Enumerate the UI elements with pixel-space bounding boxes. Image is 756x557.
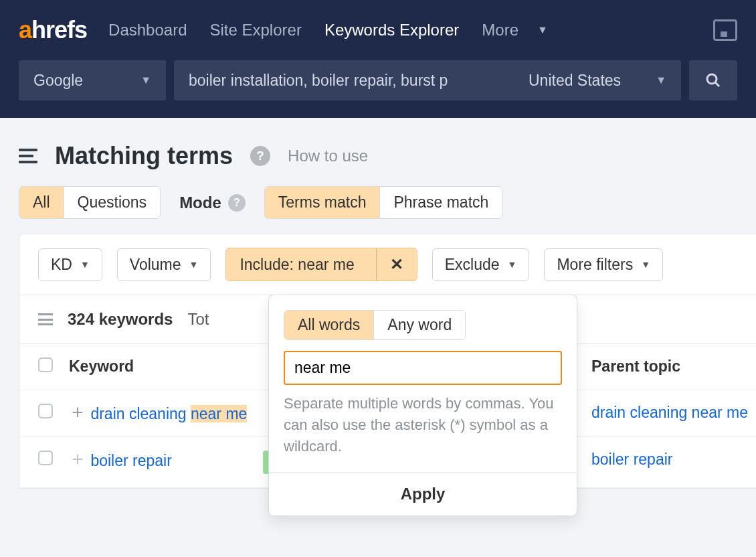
mode-label-text: Mode (179, 193, 221, 212)
chevron-down-icon: ▼ (140, 74, 151, 86)
filter-volume-label: Volume (130, 256, 181, 274)
filter-more-label: More filters (557, 256, 633, 274)
filter-volume[interactable]: Volume ▼ (117, 248, 211, 281)
row-checkbox[interactable] (38, 451, 53, 465)
mode-phrase-match[interactable]: Phrase match (379, 187, 502, 218)
logo-mark: a (19, 16, 31, 44)
filter-kd[interactable]: KD ▼ (38, 248, 102, 281)
keywords-value: boiler installation, boiler repair, burs… (189, 72, 448, 90)
help-icon[interactable]: ? (228, 194, 246, 212)
country-value: United States (529, 72, 621, 90)
total-label: Tot (187, 310, 209, 329)
filter-exclude-label: Exclude (445, 256, 500, 274)
nav-keywords-explorer[interactable]: Keywords Explorer (324, 21, 459, 39)
search-bar: Google ▼ boiler installation, boiler rep… (0, 60, 756, 118)
col-parent-topic[interactable]: Parent topic (583, 344, 756, 390)
how-to-use-link[interactable]: How to use (288, 147, 368, 165)
search-button[interactable] (689, 60, 737, 100)
row-checkbox[interactable] (38, 404, 53, 418)
chevron-down-icon: ▼ (537, 24, 548, 36)
filter-include-label: Include: near me (226, 249, 367, 281)
logo-text: hrefs (31, 16, 87, 44)
chevron-down-icon: ▼ (508, 259, 517, 270)
page-title: Matching terms (55, 142, 233, 170)
svg-point-0 (707, 74, 717, 84)
include-all-words[interactable]: All words (284, 311, 373, 339)
include-input[interactable] (284, 351, 562, 385)
expand-icon[interactable]: + (69, 451, 86, 468)
nav-more-label: More (482, 21, 518, 39)
list-density-icon[interactable] (38, 313, 53, 325)
apply-button[interactable]: Apply (269, 472, 577, 515)
svg-line-1 (715, 82, 719, 86)
filter-kd-label: KD (51, 256, 72, 274)
filters-panel: KD ▼ Volume ▼ Include: near me ✕ Exclude… (19, 234, 756, 295)
subset-toggle: All Questions (19, 186, 161, 219)
select-all-checkbox[interactable] (38, 357, 53, 372)
filter-exclude[interactable]: Exclude ▼ (432, 248, 530, 281)
keywords-count: 324 keywords (68, 310, 173, 329)
page-header: Matching terms ? How to use (0, 118, 756, 186)
subset-all[interactable]: All (19, 187, 64, 218)
toggle-row: All Questions Mode ? Terms match Phrase … (0, 186, 756, 234)
filter-include-active[interactable]: Include: near me ✕ (225, 248, 417, 281)
include-popover: All words Any word Separate multiple wor… (268, 295, 577, 516)
expand-icon[interactable]: + (69, 404, 86, 421)
country-select[interactable]: United States ▼ (514, 60, 681, 100)
parent-topic-link[interactable]: boiler repair (591, 451, 672, 468)
keywords-input[interactable]: boiler installation, boiler repair, burs… (174, 60, 514, 100)
nav-links: Dashboard Site Explorer Keywords Explore… (108, 21, 548, 39)
help-icon[interactable]: ? (250, 146, 270, 166)
close-icon[interactable]: ✕ (376, 248, 417, 281)
keyword-link[interactable]: drain cleaning near me (90, 405, 247, 422)
nav-dashboard[interactable]: Dashboard (108, 21, 187, 39)
sidebar-toggle-icon[interactable] (19, 149, 37, 163)
subset-questions[interactable]: Questions (64, 187, 161, 218)
search-engine-value: Google (33, 72, 83, 90)
include-help-text: Separate multiple words by commas. You c… (284, 393, 562, 457)
mode-label: Mode ? (179, 193, 246, 212)
parent-topic-link[interactable]: drain cleaning near me (591, 404, 748, 421)
chevron-down-icon: ▼ (80, 259, 90, 270)
chevron-down-icon: ▼ (641, 259, 650, 270)
chevron-down-icon: ▼ (656, 74, 666, 86)
include-any-word[interactable]: Any word (373, 311, 465, 339)
logo[interactable]: ahrefs (19, 16, 87, 44)
filter-more[interactable]: More filters ▼ (544, 248, 663, 281)
nav-site-explorer[interactable]: Site Explorer (209, 21, 301, 39)
inbox-icon[interactable] (713, 19, 737, 41)
search-engine-select[interactable]: Google ▼ (19, 60, 166, 100)
top-navbar: ahrefs Dashboard Site Explorer Keywords … (0, 0, 756, 60)
col-keyword[interactable]: Keyword (61, 344, 255, 390)
chevron-down-icon: ▼ (189, 259, 199, 270)
include-mode-toggle: All words Any word (284, 310, 466, 340)
search-icon (705, 72, 721, 88)
nav-more[interactable]: More ▼ (482, 21, 548, 39)
keyword-link[interactable]: boiler repair (90, 452, 171, 469)
mode-toggle: Terms match Phrase match (264, 186, 503, 219)
mode-terms-match[interactable]: Terms match (265, 187, 380, 218)
